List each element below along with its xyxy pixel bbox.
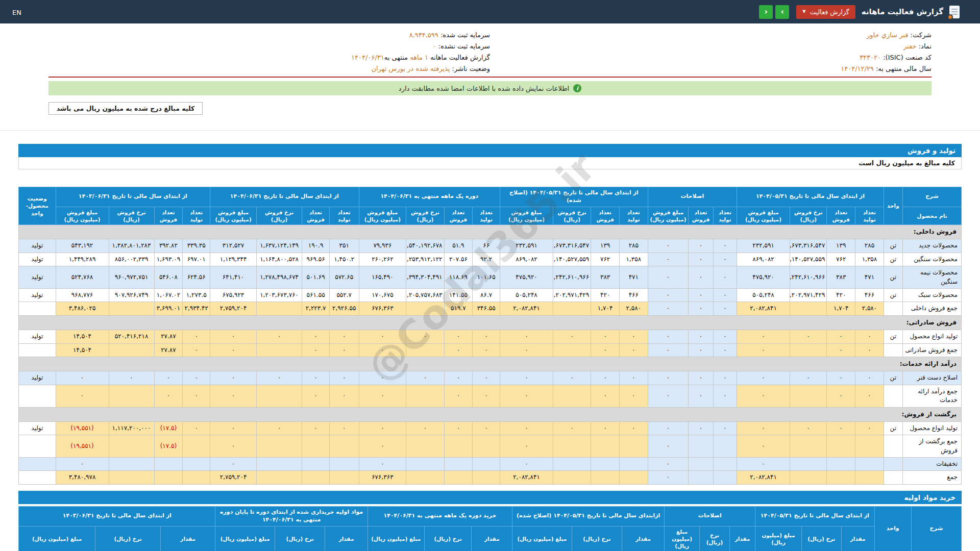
subheader-amount: مبلغ (میلیون ریال): [215, 526, 275, 551]
table-header-group-row: شرحواحداز ابتدای سال مالی تا تاریخ ۱۴۰۴/…: [19, 187, 962, 207]
subheader-sale-amount: مبلغ فروش (میلیون ریال): [210, 207, 257, 224]
subheader-sale-rate: نرخ فروش (ریال): [553, 207, 591, 224]
value-cell: ۲,۹۲۶.۵۵: [329, 302, 359, 315]
status-cell: [19, 385, 56, 407]
table-header-group-row: شرحواحداز ابتدای سال مالی تا تاریخ ۱۴۰۴/…: [19, 506, 962, 526]
value-cell: ۱,۵۴۰,۱۹۲,۶۷۸: [406, 239, 444, 253]
value-cell: ۰: [406, 330, 444, 343]
amount-unit-note: کلیه مبالغ درج شده به میلیون ریال می باش…: [48, 102, 203, 115]
value-cell: ۰: [713, 253, 737, 266]
value-cell: ۰: [737, 435, 790, 458]
value-cell: ۲,۷۵۹,۲۰۴: [210, 471, 257, 484]
info-value: ۱۴۰۴/۱۲/۲۹: [841, 65, 874, 72]
red-divider: [48, 77, 932, 78]
table-row: محصولات سبکتن۴۶۶۴۲۰۱,۲۰۲,۹۷۱,۴۲۹۵۰۵,۲۴۸۰…: [19, 288, 962, 302]
value-cell: ۰: [500, 371, 553, 385]
value-cell: ۳,۴۸۶,۰۲۵: [56, 302, 109, 315]
header-product-name: نام محصول: [902, 207, 961, 224]
value-cell: ۰: [500, 385, 553, 407]
language-toggle-en[interactable]: EN: [12, 9, 21, 16]
value-cell: ۱,۲۴۲,۶۱۰,۹۶۶: [553, 266, 591, 289]
subheader-qty-sold: تعداد فروش: [591, 207, 620, 224]
value-cell: ۰: [302, 421, 330, 435]
previous-report-button[interactable]: ‹: [759, 5, 773, 19]
info-label: نماد:: [919, 42, 932, 50]
row-name: اصلاح دست فنر: [902, 371, 961, 385]
value-cell: [257, 458, 302, 471]
unit-cell: تن: [884, 330, 902, 343]
value-cell: ۰: [183, 330, 210, 343]
value-cell: ۲,۵۸۰: [855, 302, 884, 315]
topbar: گزارش فعالیت ماهانه گزارش فعالیت ▼ › ‹ E…: [0, 0, 980, 23]
value-cell: ۳۸۳: [591, 266, 620, 289]
value-cell: ۰: [473, 385, 500, 407]
value-cell: ۰: [737, 385, 790, 407]
value-cell: ۰: [210, 435, 257, 458]
value-cell: [406, 302, 444, 315]
report-type-dropdown[interactable]: گزارش فعالیت ▼: [796, 5, 855, 19]
table-row: جمع فروش صادراتی۰۰۰۰۰۰۰۰۰۰۰۰۰۰۰۰۲۷.۸۷۱۴,…: [19, 343, 962, 357]
value-cell: [473, 435, 500, 458]
value-cell: ۱,۲۷۸,۴۹۸,۶۷۴: [257, 266, 302, 289]
subheader-sale-amount: مبلغ فروش (میلیون ریال): [648, 207, 689, 224]
value-cell: [790, 471, 827, 484]
value-cell: ۰: [500, 458, 553, 471]
value-cell: ۱۶۵,۴۹۰: [359, 266, 406, 289]
subheader-rate: نرخ (ریال): [572, 526, 622, 551]
value-cell: ۹۶۸,۷۷۶: [56, 288, 109, 302]
value-cell: [444, 435, 473, 458]
value-cell: ۴۷۱: [855, 266, 884, 289]
value-cell: ۰: [737, 343, 790, 357]
subheader-quantity: مقدار: [161, 526, 215, 551]
table-header-sub-row: نام محصولتعداد تولیدتعداد فروشنرخ فروش (…: [19, 207, 962, 224]
value-cell: ۱,۲۵۳,۹۱۲,۱۲۲: [406, 253, 444, 266]
value-cell: ۰: [329, 343, 359, 357]
value-cell: ۰: [827, 371, 855, 385]
value-cell: ۰: [473, 421, 500, 435]
value-cell: [790, 302, 827, 315]
info-value: پذیرفته شده در بورس تهران: [372, 65, 450, 72]
section-row-label: فروش صادراتی:: [19, 315, 962, 330]
value-cell: ۰: [713, 266, 737, 289]
raw-materials-table: شرحواحداز ابتدای سال مالی تا تاریخ ۱۴۰۴/…: [18, 506, 962, 551]
row-name: محصولات سنگین: [902, 253, 961, 266]
next-report-button[interactable]: ›: [775, 5, 789, 19]
value-cell: [109, 435, 154, 458]
info-label: وضعیت ناشر:: [452, 65, 490, 72]
row-name: جمع فروش داخلی: [902, 302, 961, 315]
value-cell: [406, 435, 444, 458]
value-cell: ۰: [827, 385, 855, 407]
value-cell: [257, 343, 302, 357]
value-cell: (۱۹,۵۵۱): [56, 435, 109, 458]
value-cell: ۱۹۰.۹: [302, 239, 330, 253]
value-cell: [827, 471, 855, 484]
value-cell: [183, 458, 210, 471]
header-period-group-5: از ابتدای سال مالی تا تاریخ ۱۴۰۴/۰۶/۳۱: [210, 187, 359, 207]
value-cell: ۰: [329, 330, 359, 343]
value-cell: ۰: [713, 302, 737, 315]
value-cell: ۰: [329, 371, 359, 385]
value-cell: [154, 471, 183, 484]
unit-cell: [884, 458, 902, 471]
value-cell: (۱۷.۵): [154, 435, 183, 458]
subheader-qty-produced: تعداد تولید: [713, 207, 737, 224]
value-cell: ۲۳۲,۵۹۱: [500, 239, 553, 253]
value-cell: ۰: [855, 343, 884, 357]
value-cell: ۳۴۶.۵۵: [473, 302, 500, 315]
subheader-rate: نرخ (ریال): [801, 526, 841, 551]
topbar-right-group: گزارش فعالیت ماهانه گزارش فعالیت ▼ › ‹: [759, 5, 960, 19]
symbol-link[interactable]: خفنر: [903, 42, 917, 50]
value-cell: ۰: [713, 343, 737, 357]
value-cell: ۶۷۶,۳۶۳: [359, 302, 406, 315]
value-cell: [553, 302, 591, 315]
value-cell: ۱,۶۷۳,۳۱۶,۵۴۷: [553, 239, 591, 253]
value-cell: ۶۶: [473, 239, 500, 253]
row-name: تخفیفات: [902, 458, 961, 471]
status-cell: [19, 471, 56, 484]
subheader-quantity: مقدار: [325, 526, 368, 551]
company-name-link[interactable]: فنر سازي خاور: [867, 31, 908, 39]
info-value: ۰: [432, 42, 436, 50]
production-sales-table: شرحواحداز ابتدای سال مالی تا تاریخ ۱۴۰۴/…: [18, 187, 962, 485]
unit-cell: [884, 385, 902, 407]
value-cell: ۱,۲۰۵,۷۵۷,۶۸۳: [406, 288, 444, 302]
